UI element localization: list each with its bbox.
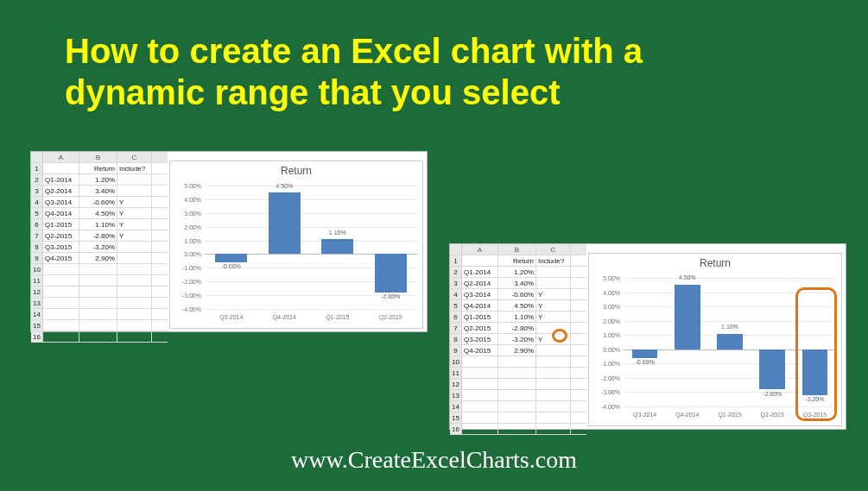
row-header[interactable]: 15 bbox=[450, 412, 462, 423]
cell[interactable] bbox=[498, 390, 536, 400]
cell[interactable] bbox=[79, 286, 117, 297]
row-header[interactable]: 7 bbox=[450, 323, 462, 333]
row-header[interactable]: 11 bbox=[450, 368, 462, 378]
cell[interactable] bbox=[117, 275, 152, 286]
cell[interactable]: Q3-2014 bbox=[43, 197, 79, 207]
row-header[interactable]: 2 bbox=[450, 267, 462, 277]
cell[interactable]: Q4-2015 bbox=[462, 345, 498, 356]
cell[interactable]: Y bbox=[117, 197, 152, 207]
cell[interactable]: 4.50% bbox=[498, 300, 536, 311]
cell[interactable]: Q1-2014 bbox=[462, 267, 498, 277]
cell[interactable] bbox=[43, 286, 79, 297]
cell[interactable]: 2.90% bbox=[498, 345, 536, 356]
cell[interactable] bbox=[462, 356, 498, 367]
cell[interactable]: Y bbox=[117, 208, 152, 218]
cell[interactable]: Q2-2015 bbox=[462, 323, 498, 333]
cell[interactable] bbox=[462, 255, 498, 266]
cell[interactable] bbox=[117, 298, 152, 308]
row-header[interactable]: 16 bbox=[31, 331, 43, 342]
col-header[interactable]: C bbox=[536, 244, 571, 255]
cell[interactable]: 3.40% bbox=[498, 278, 536, 288]
row-header[interactable]: 16 bbox=[450, 424, 462, 434]
cell[interactable] bbox=[536, 356, 571, 367]
cell[interactable]: Q4-2014 bbox=[462, 300, 498, 311]
cell[interactable] bbox=[43, 298, 79, 308]
cell[interactable] bbox=[43, 309, 79, 319]
cell[interactable] bbox=[79, 298, 117, 308]
cell[interactable]: -2.80% bbox=[498, 323, 536, 333]
row-header[interactable]: 10 bbox=[31, 264, 43, 274]
cell[interactable] bbox=[462, 424, 498, 434]
cell[interactable]: 3.40% bbox=[79, 186, 117, 196]
cell[interactable]: Q1-2014 bbox=[43, 174, 79, 185]
cell[interactable] bbox=[536, 390, 571, 400]
cell[interactable]: Include? bbox=[117, 163, 152, 173]
cell[interactable]: Y bbox=[536, 289, 571, 299]
col-header[interactable]: B bbox=[498, 244, 536, 255]
col-header[interactable]: A bbox=[43, 152, 79, 162]
cell[interactable]: Q4-2014 bbox=[43, 208, 79, 218]
cell[interactable] bbox=[79, 264, 117, 274]
cell[interactable] bbox=[498, 412, 536, 423]
row-header[interactable]: 9 bbox=[450, 345, 462, 356]
cell[interactable]: Q3-2015 bbox=[462, 334, 498, 344]
cell[interactable]: 1.10% bbox=[79, 219, 117, 230]
cell[interactable] bbox=[117, 331, 152, 342]
cell[interactable]: Q4-2015 bbox=[43, 253, 79, 263]
row-header[interactable]: 1 bbox=[31, 163, 43, 173]
cell[interactable] bbox=[117, 264, 152, 274]
row-header[interactable]: 7 bbox=[31, 230, 43, 241]
cell[interactable]: -3.20% bbox=[498, 334, 536, 344]
cell[interactable] bbox=[117, 242, 152, 252]
cell[interactable] bbox=[462, 390, 498, 400]
cell[interactable] bbox=[462, 379, 498, 389]
cell[interactable] bbox=[462, 368, 498, 378]
cell[interactable] bbox=[79, 320, 117, 330]
cell[interactable] bbox=[536, 424, 571, 434]
cell[interactable]: -2.80% bbox=[79, 230, 117, 241]
cell[interactable]: Include? bbox=[536, 255, 571, 266]
row-header[interactable]: 4 bbox=[31, 197, 43, 207]
cell[interactable] bbox=[462, 412, 498, 423]
cell[interactable]: Y bbox=[117, 230, 152, 241]
cell[interactable] bbox=[498, 424, 536, 434]
cell[interactable] bbox=[117, 174, 152, 185]
cell[interactable]: Return bbox=[498, 255, 536, 266]
cell[interactable] bbox=[43, 320, 79, 330]
cell[interactable]: 1.10% bbox=[498, 312, 536, 322]
cell[interactable]: Q2-2015 bbox=[43, 230, 79, 241]
row-header[interactable]: 13 bbox=[31, 298, 43, 308]
cell[interactable]: Q1-2015 bbox=[462, 312, 498, 322]
cell[interactable]: 2.90% bbox=[79, 253, 117, 263]
cell[interactable]: -3.20% bbox=[79, 242, 117, 252]
row-header[interactable]: 13 bbox=[450, 390, 462, 400]
cell[interactable]: 1.20% bbox=[79, 174, 117, 185]
row-header[interactable]: 8 bbox=[450, 334, 462, 344]
row-header[interactable]: 5 bbox=[31, 208, 43, 218]
cell[interactable] bbox=[117, 320, 152, 330]
cell[interactable] bbox=[79, 309, 117, 319]
col-header[interactable]: A bbox=[462, 244, 498, 255]
cell[interactable] bbox=[536, 368, 571, 378]
cell[interactable] bbox=[117, 309, 152, 319]
cell[interactable] bbox=[117, 286, 152, 297]
cell[interactable]: Q2-2014 bbox=[462, 278, 498, 288]
cell[interactable] bbox=[536, 267, 571, 277]
row-header[interactable]: 3 bbox=[450, 278, 462, 288]
row-header[interactable]: 2 bbox=[31, 174, 43, 185]
cell[interactable] bbox=[43, 264, 79, 274]
cell[interactable] bbox=[462, 401, 498, 412]
row-header[interactable]: 4 bbox=[450, 289, 462, 299]
cell[interactable]: Y bbox=[536, 334, 571, 344]
cell[interactable] bbox=[43, 163, 79, 173]
row-header[interactable]: 8 bbox=[31, 242, 43, 252]
cell[interactable]: Y bbox=[117, 219, 152, 230]
row-header[interactable]: 14 bbox=[450, 401, 462, 412]
cell[interactable] bbox=[536, 323, 571, 333]
cell[interactable] bbox=[536, 278, 571, 288]
cell[interactable] bbox=[117, 186, 152, 196]
cell[interactable]: Y bbox=[536, 312, 571, 322]
row-header[interactable]: 14 bbox=[31, 309, 43, 319]
row-header[interactable]: 12 bbox=[31, 286, 43, 297]
cell[interactable]: -0.60% bbox=[498, 289, 536, 299]
